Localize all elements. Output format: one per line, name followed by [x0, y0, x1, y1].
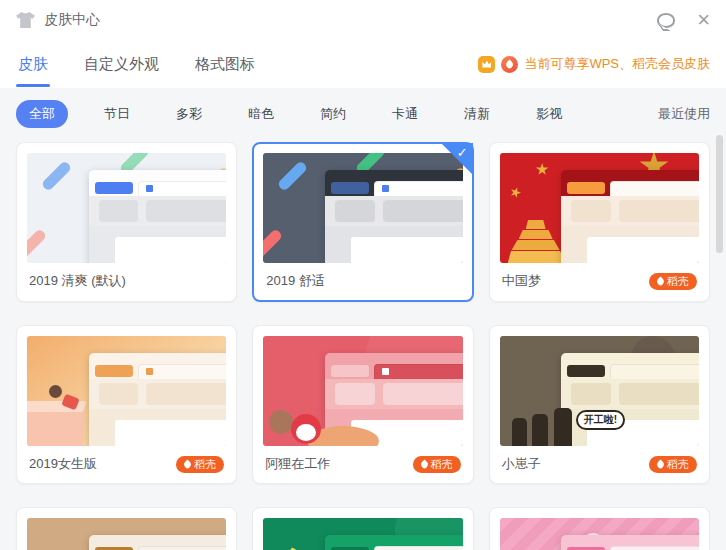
docer-badge: 稻壳 [649, 456, 697, 473]
tab-bar: 皮肤 自定义外观 格式图标 当前可尊享WPS、稻壳会员皮肤 [0, 40, 726, 88]
skin-thumbnail [27, 518, 226, 550]
mini-window [561, 353, 699, 447]
skin-thumbnail [263, 336, 462, 446]
skin-thumbnail [500, 153, 699, 263]
window-title: 皮肤中心 [44, 11, 100, 29]
skin-card-2019-fresh[interactable]: 2019 清爽 (默认) [16, 142, 237, 302]
docer-member-icon [501, 56, 518, 73]
filter-fresh[interactable]: 清新 [454, 100, 500, 128]
skin-name: 阿狸在工作 [265, 455, 330, 473]
filter-colorful[interactable]: 多彩 [166, 100, 212, 128]
mini-window [561, 535, 699, 550]
mini-window [89, 535, 227, 550]
vip-note-text: 当前可尊享WPS、稻壳会员皮肤 [524, 55, 710, 73]
skin-name: 2019女生版 [29, 455, 97, 473]
filter-dark[interactable]: 暗色 [238, 100, 284, 128]
tab-custom-appearance[interactable]: 自定义外观 [82, 41, 161, 88]
filter-movie[interactable]: 影视 [526, 100, 572, 128]
filter-cartoon[interactable]: 卡通 [382, 100, 428, 128]
titlebar: 皮肤中心 × [0, 0, 726, 40]
skin-card-row3-3[interactable] [489, 507, 710, 550]
speech-bubble: 开工啦! [576, 410, 625, 430]
skin-thumbnail [27, 153, 226, 263]
skin-card-2019-girl[interactable]: 2019女生版 稻壳 [16, 325, 237, 484]
skin-thumbnail [263, 153, 462, 263]
docer-badge: 稻壳 [413, 456, 461, 473]
feedback-icon[interactable] [657, 13, 675, 28]
skin-thumbnail [263, 518, 462, 550]
skin-card-row3-2[interactable] [252, 507, 473, 550]
filter-bar: 全部 节日 多彩 暗色 简约 卡通 清新 影视 最近使用 [0, 88, 726, 128]
scrollbar-thumb[interactable] [716, 135, 723, 253]
docer-leaf-icon [656, 276, 666, 286]
docer-badge: 稻壳 [176, 456, 224, 473]
tab-skins[interactable]: 皮肤 [16, 41, 50, 88]
docer-leaf-icon [183, 459, 193, 469]
filter-simple[interactable]: 简约 [310, 100, 356, 128]
skin-thumbnail: 开工啦! [500, 336, 699, 446]
close-icon[interactable]: × [697, 11, 710, 29]
skin-card-xiaozaizi[interactable]: 开工啦! 小崽子 稻壳 [489, 325, 710, 484]
mini-window [89, 353, 227, 447]
skin-card-ali-working[interactable]: 阿狸在工作 稻壳 [252, 325, 473, 484]
tab-format-icons[interactable]: 格式图标 [193, 41, 257, 88]
skin-card-2019-comfort[interactable]: 2019 舒适 ✓ [252, 142, 473, 302]
mini-window [89, 170, 227, 264]
skin-card-china-dream[interactable]: 中国梦 稻壳 [489, 142, 710, 302]
docer-leaf-icon [419, 459, 429, 469]
mini-window [561, 170, 699, 264]
skin-thumbnail [27, 336, 226, 446]
skin-name: 中国梦 [502, 272, 541, 290]
wps-member-icon [478, 56, 495, 73]
skin-name: 小崽子 [502, 455, 541, 473]
mini-titlebar [89, 170, 227, 179]
skin-name: 2019 舒适 [266, 272, 325, 290]
recently-used-link[interactable]: 最近使用 [658, 105, 710, 123]
filter-festival[interactable]: 节日 [94, 100, 140, 128]
skin-thumbnail [500, 518, 699, 550]
skin-name: 2019 清爽 (默认) [29, 272, 126, 290]
content-area: 全部 节日 多彩 暗色 简约 卡通 清新 影视 最近使用 [0, 88, 726, 550]
docer-leaf-icon [656, 459, 666, 469]
vip-note: 当前可尊享WPS、稻壳会员皮肤 [478, 55, 710, 73]
mini-window [325, 170, 463, 264]
docer-badge: 稻壳 [649, 273, 697, 290]
skin-card-row3-1[interactable] [16, 507, 237, 550]
tshirt-icon [16, 12, 35, 28]
selected-check-icon: ✓ [457, 145, 468, 160]
mini-window [325, 535, 463, 550]
filter-all[interactable]: 全部 [16, 100, 68, 128]
skin-center-window: 皮肤中心 × 皮肤 自定义外观 格式图标 当前可尊享WPS、稻壳会员皮肤 全部 … [0, 0, 726, 550]
skin-grid: 2019 清爽 (默认) 2019 舒适 [0, 128, 726, 550]
